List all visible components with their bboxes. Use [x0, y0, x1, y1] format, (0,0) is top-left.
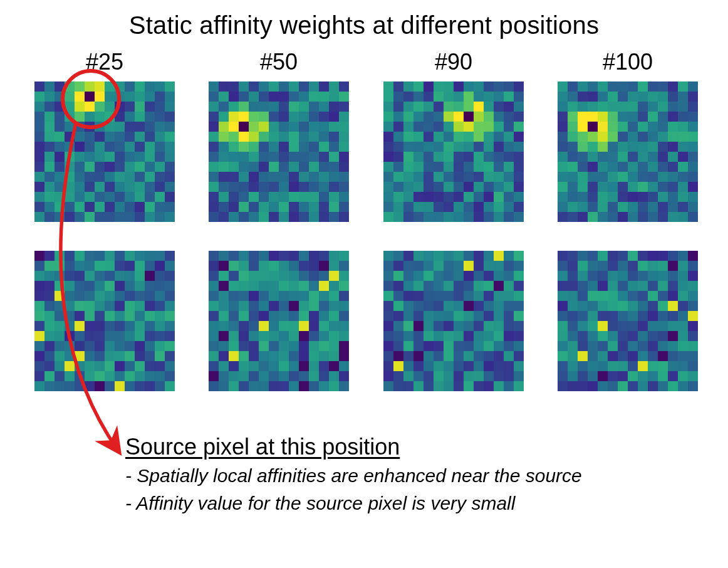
heatmap-top-25 — [34, 82, 175, 222]
annotation-block: Source pixel at this position - Spatiall… — [125, 434, 689, 515]
heatmap-top-90 — [383, 82, 524, 222]
annotation-bullet-1: - Affinity value for the source pixel is… — [125, 492, 689, 515]
annotation-title: Source pixel at this position — [125, 434, 689, 460]
col-label-0: #25 — [34, 49, 175, 75]
col-label-3: #100 — [558, 49, 698, 75]
heatmap-bot-100 — [558, 251, 698, 391]
heatmap-bot-25 — [34, 251, 175, 391]
heatmap-top-50 — [209, 82, 349, 222]
page-title: Static affinity weights at different pos… — [0, 11, 728, 39]
annotation-bullet-0: - Spatially local affinities are enhance… — [125, 464, 689, 488]
heatmap-bot-50 — [209, 251, 349, 391]
col-label-2: #90 — [383, 49, 524, 75]
heatmap-bot-90 — [383, 251, 524, 391]
heatmap-top-100 — [558, 82, 698, 222]
col-label-1: #50 — [209, 49, 349, 75]
